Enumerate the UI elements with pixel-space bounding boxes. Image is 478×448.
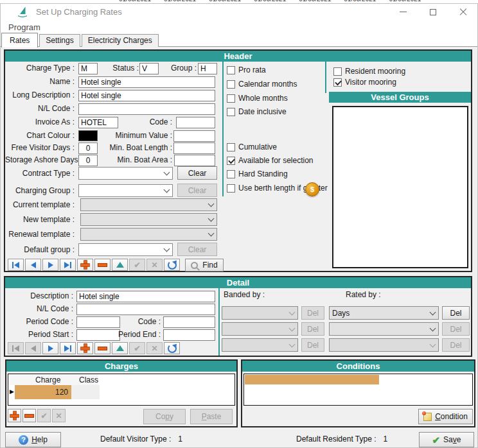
save-button[interactable]: ✔ Save xyxy=(419,432,474,447)
chevron-down-icon xyxy=(287,323,297,335)
nav-first-button[interactable] xyxy=(8,259,24,271)
rated-by-del-button-1[interactable]: Del xyxy=(442,306,470,320)
charges-grid[interactable]: Charge Class ▶ 120 xyxy=(8,374,235,406)
checkbox-date-inclusive[interactable]: Date inclusive xyxy=(227,107,287,116)
bg-date: 01/05/2021 xyxy=(119,0,151,3)
nav-next-button[interactable] xyxy=(42,259,58,271)
nav-refresh-button[interactable] xyxy=(164,342,180,354)
checkbox-hard-standing[interactable]: Hard Standing xyxy=(227,169,288,178)
checkbox-label: Whole months xyxy=(238,94,288,103)
chart-colour-swatch[interactable] xyxy=(78,130,98,141)
remove-icon xyxy=(24,414,34,418)
minimum-value-label: Minimum Value : xyxy=(102,131,172,140)
menu-item-program[interactable]: Program xyxy=(6,22,43,33)
detail-description-field[interactable] xyxy=(76,291,215,302)
min-boat-area-field[interactable] xyxy=(174,155,215,166)
status-field[interactable] xyxy=(139,63,159,74)
min-boat-length-field[interactable] xyxy=(173,142,215,154)
default-visitor-type-value: 1 xyxy=(178,435,182,444)
long-description-field[interactable] xyxy=(78,90,215,101)
free-visitor-days-label: Free Visitor Days : xyxy=(5,143,75,152)
checkbox-cumulative[interactable]: Cumulative xyxy=(227,142,277,151)
nav-edit-button[interactable] xyxy=(112,259,128,271)
checkbox-visitor-mooring[interactable]: Visitor mooring xyxy=(333,78,396,87)
nav-add-button[interactable] xyxy=(77,342,93,354)
header-vertical-divider-2 xyxy=(325,62,326,93)
tab-rates[interactable]: Rates xyxy=(1,33,38,47)
remove-icon xyxy=(98,263,107,267)
nav-next-button[interactable] xyxy=(42,342,58,354)
banded-by-label: Banded by : xyxy=(224,290,275,299)
conditions-selected-row[interactable] xyxy=(245,375,379,384)
default-group-dropdown[interactable] xyxy=(78,243,173,256)
last-record-icon xyxy=(70,262,72,268)
new-template-dropdown[interactable] xyxy=(80,213,217,226)
contract-type-clear-button[interactable]: Clear xyxy=(177,166,217,180)
code-field[interactable] xyxy=(176,117,215,128)
bg-date: 01/05/2021 xyxy=(209,0,241,3)
detail-record-navigator: ✔ ✕ xyxy=(8,342,180,354)
free-visitor-days-field[interactable] xyxy=(78,142,98,154)
charge-type-label: Charge Type : xyxy=(5,64,75,73)
rated-by-del-button-2: Del xyxy=(442,322,470,336)
rated-by-dropdown-1[interactable]: Days xyxy=(329,306,439,320)
period-end-field[interactable] xyxy=(163,329,215,341)
charges-add-button[interactable] xyxy=(8,409,21,422)
tab-settings[interactable]: Settings xyxy=(39,34,80,47)
checkbox-resident-mooring[interactable]: Resident mooring xyxy=(333,67,405,76)
find-button[interactable]: Find xyxy=(185,259,224,271)
minimum-value-field[interactable] xyxy=(173,130,215,142)
nav-first-button xyxy=(8,342,24,354)
checkbox-available-for-selection[interactable]: Available for selection xyxy=(227,156,314,165)
contract-type-dropdown[interactable] xyxy=(78,167,173,180)
code-label: Code : xyxy=(102,117,172,126)
nav-previous-button[interactable] xyxy=(25,259,41,271)
name-field[interactable] xyxy=(78,76,215,88)
invoice-as-label: Invoice As : xyxy=(5,117,75,126)
bg-date: 01/05/2021 xyxy=(164,0,196,3)
header-section: Header Charge Type : Status : Group : Na… xyxy=(4,49,472,272)
period-start-label: Period Start : xyxy=(5,330,73,339)
nav-add-button[interactable] xyxy=(77,259,93,271)
copy-button: Copy xyxy=(143,409,186,424)
detail-section: Detail Description : N/L Code : Period C… xyxy=(4,276,472,357)
maximize-button[interactable] xyxy=(423,5,443,19)
checkbox-calendar-months[interactable]: Calendar months xyxy=(227,80,297,89)
checkbox-pro-rata[interactable]: Pro rata xyxy=(227,65,266,74)
rated-by-dropdown-2[interactable] xyxy=(329,322,439,336)
dollar-coin-icon[interactable]: $ xyxy=(305,182,319,196)
nav-last-button[interactable] xyxy=(60,342,76,354)
nav-delete-button[interactable] xyxy=(94,342,111,354)
nav-refresh-button[interactable] xyxy=(164,259,180,271)
detail-code-field[interactable] xyxy=(163,316,215,328)
group-field[interactable] xyxy=(198,63,217,74)
tab-electricity-charges[interactable]: Electricity Charges xyxy=(82,34,159,47)
charges-delete-button[interactable] xyxy=(22,409,36,422)
nav-last-button[interactable] xyxy=(60,259,76,271)
conditions-list[interactable] xyxy=(243,374,473,406)
checkbox-label: Date inclusive xyxy=(238,107,287,116)
class-cell[interactable] xyxy=(71,385,100,399)
conditions-section: Conditions Condition xyxy=(241,359,475,427)
charging-group-dropdown[interactable] xyxy=(78,184,173,197)
charge-type-field[interactable] xyxy=(78,63,98,74)
checkbox-box xyxy=(227,143,235,151)
vessel-groups-listbox[interactable] xyxy=(332,106,468,268)
first-record-icon xyxy=(12,262,14,268)
help-button[interactable]: ? Help xyxy=(5,432,61,447)
charge-cell[interactable]: 120 xyxy=(15,385,71,399)
condition-button[interactable]: Condition xyxy=(418,409,473,424)
checkbox-label: Resident mooring xyxy=(345,67,405,76)
checkbox-label: Cumulative xyxy=(238,142,277,151)
renewal-template-dropdown[interactable] xyxy=(80,228,217,241)
detail-nl-code-field[interactable] xyxy=(76,304,215,315)
checkbox-whole-months[interactable]: Whole months xyxy=(227,94,288,103)
close-button[interactable] xyxy=(454,5,473,19)
bg-date: 01/05/2021 xyxy=(344,0,376,3)
nav-edit-button[interactable] xyxy=(112,342,128,354)
storage-ashore-days-field[interactable] xyxy=(78,155,98,166)
nav-delete-button[interactable] xyxy=(94,259,111,271)
nl-code-field[interactable] xyxy=(78,103,215,115)
current-template-dropdown[interactable] xyxy=(80,198,217,211)
minimize-button[interactable] xyxy=(393,5,412,19)
